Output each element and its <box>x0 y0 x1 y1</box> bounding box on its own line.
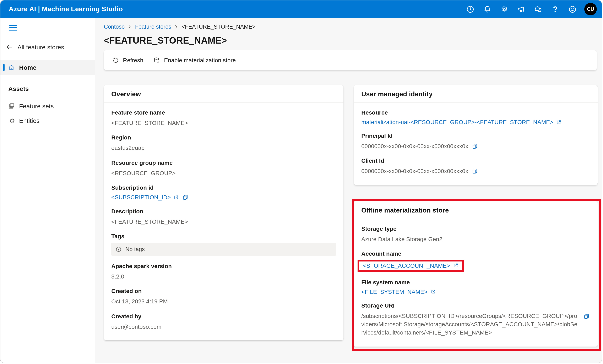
field-label: Apache spark version <box>111 263 336 269</box>
field-storage-uri: Storage URI /subscriptions/<SUBSCRIPTION… <box>361 302 590 337</box>
sidebar-item-feature-sets[interactable]: Feature sets <box>0 99 95 113</box>
file-system-link[interactable]: <FILE_SYSTEM_NAME> <box>361 288 428 295</box>
field-value: Oct 13, 2023 4:19 PM <box>111 297 336 306</box>
announcements-megaphone-icon[interactable] <box>515 3 527 15</box>
field-value: 3.2.0 <box>111 272 336 281</box>
field-subscription-id: Subscription id <SUBSCRIPTION_ID> <box>111 184 336 201</box>
storage-account-link[interactable]: <STORAGE_ACCOUNT_NAME> <box>363 262 450 269</box>
gear-glyph <box>500 5 509 13</box>
history-clock-icon[interactable] <box>464 3 476 15</box>
external-link-icon[interactable] <box>174 195 179 200</box>
subscription-id-link[interactable]: <SUBSCRIPTION_ID> <box>111 194 171 201</box>
sidebar-item-home[interactable]: Home <box>0 60 95 75</box>
hamburger-menu-icon[interactable] <box>8 24 18 33</box>
emoji-feedback-icon[interactable] <box>566 3 579 15</box>
settings-gear-icon[interactable] <box>498 3 510 15</box>
sidebar-item-label: Feature sets <box>19 102 54 110</box>
refresh-icon <box>112 57 119 64</box>
overview-card: Overview Feature store name <FEATURE_STO… <box>104 85 343 340</box>
sidebar: All feature stores Home Assets <box>0 18 95 363</box>
avatar[interactable]: CU <box>584 3 597 15</box>
sidebar-item-label: Entities <box>19 117 39 124</box>
enable-materialization-label: Enable materialization store <box>164 57 236 64</box>
field-label: Created by <box>111 313 336 319</box>
external-link-icon[interactable] <box>556 119 562 125</box>
field-value: <FEATURE_STORE_NAME> <box>111 119 336 127</box>
notifications-bell-icon[interactable] <box>481 3 493 15</box>
field-description: Description <FEATURE_STORE_NAME> <box>111 208 336 226</box>
external-link-icon[interactable] <box>453 263 458 268</box>
field-label: File system name <box>361 279 590 285</box>
right-column: User managed identity Resource materiali… <box>354 85 598 351</box>
field-label: Account name <box>361 250 590 257</box>
field-created-on: Created on Oct 13, 2023 4:19 PM <box>111 288 336 306</box>
copy-icon[interactable] <box>471 143 478 150</box>
field-value: eastus2euap <box>111 144 336 152</box>
clock-glyph <box>466 5 475 13</box>
breadcrumb-feature-stores[interactable]: Feature stores <box>135 24 171 30</box>
breadcrumb-current: <FEATURE_STORE_NAME> <box>182 24 255 30</box>
field-value: Azure Data Lake Storage Gen2 <box>361 235 590 243</box>
feedback-chat-icon[interactable] <box>532 3 545 15</box>
storage-uri-value: /subscriptions/<SUBSCRIPTION_ID>/resourc… <box>361 312 578 337</box>
identity-card-title: User managed identity <box>354 85 598 103</box>
field-storage-type: Storage type Azure Data Lake Storage Gen… <box>361 225 590 243</box>
field-file-system-name: File system name <FILE_SYSTEM_NAME> <box>361 279 590 295</box>
field-created-by: Created by user@contoso.com <box>111 313 336 331</box>
chat-bubbles-glyph <box>534 5 543 13</box>
smiley-glyph <box>568 5 577 13</box>
home-icon <box>8 64 15 71</box>
app-window: Azure AI | Machine Learning Studio <box>0 0 602 363</box>
field-label: Tags <box>111 233 336 239</box>
sidebar-item-label: Home <box>19 64 36 71</box>
field-label: Principal Id <box>361 132 590 139</box>
copy-icon[interactable] <box>182 194 189 201</box>
enable-materialization-store-button[interactable]: Enable materialization store <box>148 54 241 66</box>
refresh-button[interactable]: Refresh <box>107 54 148 66</box>
hamburger-glyph <box>9 24 17 31</box>
bell-glyph <box>483 5 491 13</box>
field-account-name: Account name <STORAGE_ACCOUNT_NAME> <box>361 250 590 272</box>
sidebar-item-entities[interactable]: Entities <box>0 113 95 128</box>
highlight-account-name-box: <STORAGE_ACCOUNT_NAME> <box>358 260 464 272</box>
field-label: Storage type <box>361 225 590 232</box>
selected-indicator <box>3 64 5 71</box>
sidebar-assets-group: Feature sets Entities <box>0 99 95 128</box>
field-label: Description <box>111 208 336 215</box>
field-label: Client Id <box>361 158 590 164</box>
field-label: Region <box>111 134 336 141</box>
field-identity-resource: Resource materialization-uai-<RESOURCE_G… <box>361 109 590 125</box>
field-label: Resource group name <box>111 159 336 166</box>
field-value: user@contoso.com <box>111 322 336 331</box>
copy-icon[interactable] <box>583 313 590 320</box>
back-label: All feature stores <box>17 44 64 51</box>
help-question-icon[interactable]: ? <box>549 3 561 15</box>
field-tags: Tags No tags <box>111 233 336 256</box>
identity-resource-link[interactable]: materialization-uai-<RESOURCE_GROUP>-<FE… <box>361 119 553 125</box>
offline-materialization-store-card: Offline materialization store Storage ty… <box>354 201 598 346</box>
sidebar-back-all-feature-stores[interactable]: All feature stores <box>0 42 95 52</box>
field-label: Created on <box>111 288 336 295</box>
field-label: Storage URI <box>361 302 590 309</box>
field-feature-store-name: Feature store name <FEATURE_STORE_NAME> <box>111 109 336 127</box>
database-check-icon <box>153 57 160 64</box>
tags-empty-box: No tags <box>111 243 336 256</box>
page-title: <FEATURE_STORE_NAME> <box>104 35 597 46</box>
user-managed-identity-card: User managed identity Resource materiali… <box>354 85 598 185</box>
field-value: <FEATURE_STORE_NAME> <box>111 217 336 226</box>
client-id-value: 0000000x-xx00-0x0x-00xx-x000x00xxx0x <box>361 167 468 176</box>
breadcrumb-contoso[interactable]: Contoso <box>104 24 125 30</box>
main-content: Contoso Feature stores <FEATURE_STORE_NA… <box>95 18 602 363</box>
field-client-id: Client Id 0000000x-xx00-0x0x-00xx-x000x0… <box>361 158 590 176</box>
sidebar-section-assets: Assets <box>8 85 95 92</box>
principal-id-value: 0000000x-xx00-0x0x-00xx-x000x00xxx0x <box>361 142 468 150</box>
chevron-right-icon <box>174 24 179 29</box>
offline-store-card-title: Offline materialization store <box>354 201 598 219</box>
field-resource-group: Resource group name <RESOURCE_GROUP> <box>111 159 336 177</box>
external-link-icon[interactable] <box>430 289 436 295</box>
tags-empty-label: No tags <box>125 246 145 252</box>
overview-card-title: Overview <box>104 85 343 103</box>
field-principal-id: Principal Id 0000000x-xx00-0x0x-00xx-x00… <box>361 132 590 150</box>
copy-icon[interactable] <box>471 168 478 175</box>
chevron-right-icon <box>128 24 132 29</box>
